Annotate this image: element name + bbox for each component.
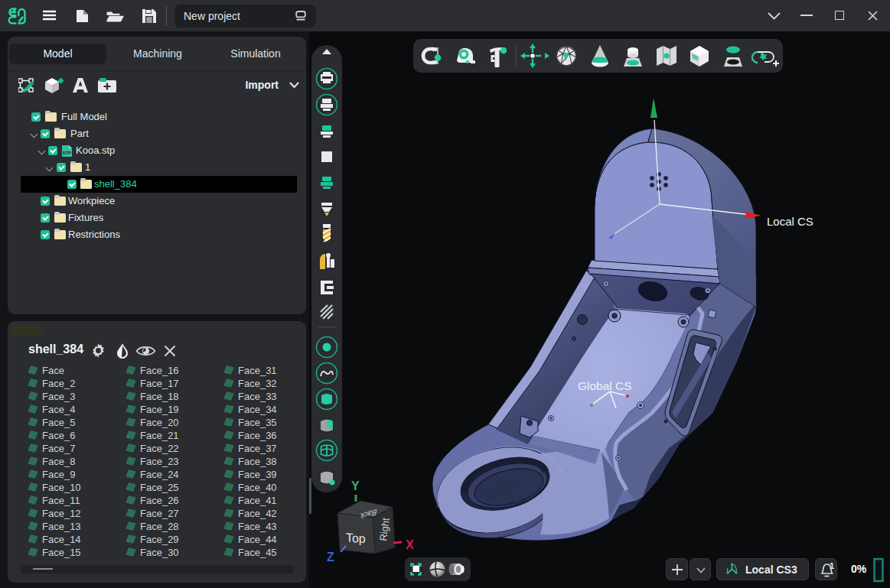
svg-text:1: 1	[830, 562, 834, 570]
svg-text:Local CS: Local CS	[767, 215, 813, 228]
svg-text:X: X	[406, 538, 414, 551]
svg-text:Z: Z	[327, 551, 334, 564]
svg-text:Global CS: Global CS	[578, 379, 632, 392]
svg-text:Top: Top	[346, 531, 366, 545]
svg-text:Y: Y	[351, 479, 360, 492]
svg-text:STP: STP	[63, 151, 71, 155]
